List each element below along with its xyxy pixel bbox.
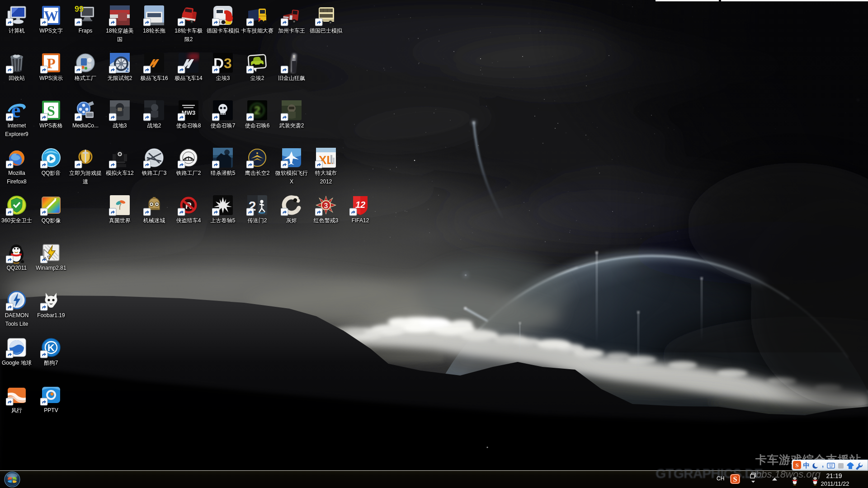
svg-text:3: 3 [324, 202, 328, 210]
svg-text:中: 中 [803, 461, 810, 469]
svg-text:S: S [795, 462, 798, 469]
svg-text:3: 3 [224, 55, 232, 71]
svg-text:2: 2 [254, 103, 260, 117]
svg-text:S: S [733, 475, 737, 483]
svg-text:2: 2 [125, 66, 128, 73]
svg-text:P: P [47, 55, 56, 71]
svg-text:,: , [822, 461, 824, 468]
svg-text:S: S [47, 103, 55, 119]
svg-text:K: K [47, 342, 55, 353]
svg-text:99: 99 [75, 5, 84, 14]
svg-text:12: 12 [355, 200, 365, 210]
